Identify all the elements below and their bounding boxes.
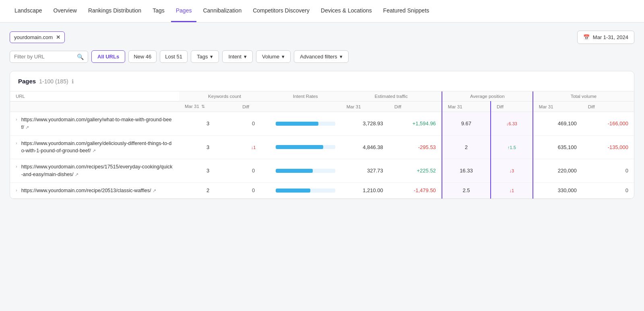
nav-item-tags[interactable]: Tags xyxy=(148,0,169,22)
avg-pos-diff-cell: ↑1.5 xyxy=(491,135,533,159)
calendar-icon: 📅 xyxy=(583,34,590,40)
avg-pos-mar31-cell: 2 xyxy=(442,135,491,159)
keywords-mar31-cell: 3 xyxy=(179,112,237,136)
total-volume-diff-sub-header: Diff xyxy=(582,102,634,112)
intent-rates-sub-header xyxy=(270,102,341,112)
keywords-diff-cell: 0 xyxy=(237,112,270,136)
col-group-header-row: URL Keywords count Intent Rates Estimate… xyxy=(10,91,634,102)
nav-item-pages[interactable]: Pages xyxy=(171,0,197,22)
url-text: https://www.yourdomain.com/recipes/17515… xyxy=(21,163,173,178)
url-cell: › https://www.yourdomain.com/gallery/del… xyxy=(10,135,179,159)
nav-item-snippets[interactable]: Featured Snippets xyxy=(378,0,434,22)
intent-rates-cell xyxy=(270,182,341,199)
keywords-diff-cell: ↓1 xyxy=(237,135,270,159)
pages-table: URL Keywords count Intent Rates Estimate… xyxy=(10,91,634,199)
table-range: 1-100 (185) xyxy=(39,78,68,85)
table-header: Pages 1-100 (185) ℹ xyxy=(10,71,634,91)
all-urls-tab[interactable]: All URLs xyxy=(91,50,125,63)
table-row: › https://www.yourdomain.com/gallery/del… xyxy=(10,135,634,159)
total-volume-diff-cell: -166,000 xyxy=(582,112,634,136)
pages-table-section: Pages 1-100 (185) ℹ URL Keywords count xyxy=(10,71,634,199)
url-text: https://www.yourdomain.com/recipe/20513/… xyxy=(21,187,156,195)
nav-item-competitors[interactable]: Competitors Discovery xyxy=(248,0,314,22)
intent-label: Intent xyxy=(228,54,242,60)
traffic-diff-cell: -295.53 xyxy=(389,135,442,159)
traffic-diff-cell: +225.52 xyxy=(389,159,442,183)
chevron-down-icon: ▾ xyxy=(340,54,343,60)
avg-pos-mar31-sub-header: Mar 31 xyxy=(442,102,491,112)
external-link-icon[interactable]: ↗ xyxy=(25,124,29,131)
chevron-down-icon: ▾ xyxy=(210,54,213,60)
advanced-filters-label: Advanced filters xyxy=(300,54,337,60)
lost-tab[interactable]: Lost 51 xyxy=(160,50,188,63)
keywords-diff-cell: 0 xyxy=(237,159,270,183)
average-position-col-header: Average position xyxy=(442,91,533,102)
total-volume-mar31-cell: 635,100 xyxy=(533,135,582,159)
total-volume-diff-cell: 0 xyxy=(582,182,634,199)
external-link-icon[interactable]: ↗ xyxy=(92,147,96,154)
keywords-diff-sub-header: Diff xyxy=(237,102,270,112)
total-volume-col-header: Total volume xyxy=(533,91,634,102)
traffic-diff-sub-header: Diff xyxy=(389,102,442,112)
table-row: › https://www.yourdomain.com/recipes/175… xyxy=(10,159,634,183)
nav-item-devices[interactable]: Devices & Locations xyxy=(316,0,377,22)
tags-dropdown[interactable]: Tags ▾ xyxy=(191,50,219,63)
keywords-mar31-cell: 3 xyxy=(179,159,237,183)
tags-label: Tags xyxy=(197,54,208,60)
date-range-label: Mar 1-31, 2024 xyxy=(593,34,628,40)
intent-rates-cell xyxy=(270,159,341,183)
traffic-mar31-cell: 3,728.93 xyxy=(341,112,389,136)
new-tab[interactable]: New 46 xyxy=(128,50,157,63)
avg-pos-diff-cell: ↓1 xyxy=(491,182,533,199)
traffic-mar31-cell: 327.73 xyxy=(341,159,389,183)
avg-pos-mar31-cell: 2.5 xyxy=(442,182,491,199)
table-title: Pages xyxy=(18,78,36,85)
url-text: https://www.yourdomain.com/gallery/what-… xyxy=(21,116,173,131)
traffic-diff-cell: +1,594.96 xyxy=(389,112,442,136)
nav-item-landscape[interactable]: Landscape xyxy=(10,0,47,22)
expand-icon[interactable]: › xyxy=(16,187,17,193)
chevron-down-icon: ▾ xyxy=(244,54,247,60)
expand-icon[interactable]: › xyxy=(16,163,17,169)
url-filter-input[interactable] xyxy=(14,54,74,60)
expand-icon[interactable]: › xyxy=(16,116,17,122)
total-volume-mar31-cell: 469,100 xyxy=(533,112,582,136)
external-link-icon[interactable]: ↗ xyxy=(153,187,156,194)
intent-dropdown[interactable]: Intent ▾ xyxy=(222,50,253,63)
table-row: › https://www.yourdomain.com/recipe/2051… xyxy=(10,182,634,199)
total-volume-mar31-sub-header: Mar 31 xyxy=(533,102,582,112)
intent-rates-col-header: Intent Rates xyxy=(270,91,341,102)
volume-dropdown[interactable]: Volume ▾ xyxy=(256,50,291,63)
table-row: › https://www.yourdomain.com/gallery/wha… xyxy=(10,112,634,136)
domain-badge[interactable]: yourdomain.com ✕ xyxy=(10,31,65,43)
traffic-mar31-cell: 1,210.00 xyxy=(341,182,389,199)
info-icon[interactable]: ℹ xyxy=(72,78,74,85)
url-cell: › https://www.yourdomain.com/recipe/2051… xyxy=(10,182,179,199)
avg-pos-mar31-cell: 16.33 xyxy=(442,159,491,183)
nav-item-cannibalization[interactable]: Cannibalization xyxy=(198,0,246,22)
external-link-icon[interactable]: ↗ xyxy=(75,171,78,178)
intent-rates-cell xyxy=(270,135,341,159)
avg-pos-diff-cell: ↓3 xyxy=(491,159,533,183)
advanced-filters-dropdown[interactable]: Advanced filters ▾ xyxy=(294,50,349,63)
url-sub-header xyxy=(10,102,179,112)
date-range-button[interactable]: 📅 Mar 1-31, 2024 xyxy=(577,31,634,44)
chevron-down-icon: ▾ xyxy=(282,54,285,60)
filter-row: 🔍 All URLs New 46 Lost 51 Tags ▾ Intent … xyxy=(10,50,634,63)
url-filter-wrap[interactable]: 🔍 xyxy=(10,51,88,63)
traffic-diff-cell: -1,479.50 xyxy=(389,182,442,199)
avg-pos-diff-cell: ↓6.33 xyxy=(491,112,533,136)
keywords-mar31-cell: 2 xyxy=(179,182,237,199)
sort-icon[interactable]: ⇅ xyxy=(201,104,205,109)
expand-icon[interactable]: › xyxy=(16,140,17,145)
total-volume-mar31-cell: 220,000 xyxy=(533,159,582,183)
url-cell: › https://www.yourdomain.com/recipes/175… xyxy=(10,159,179,183)
nav-item-overview[interactable]: Overview xyxy=(49,0,82,22)
search-icon[interactable]: 🔍 xyxy=(77,54,84,60)
total-volume-mar31-cell: 330,000 xyxy=(533,182,582,199)
nav-item-rankings[interactable]: Rankings Distribution xyxy=(83,0,146,22)
domain-close-button[interactable]: ✕ xyxy=(56,34,60,40)
traffic-mar31-sub-header: Mar 31 xyxy=(341,102,389,112)
url-text: https://www.yourdomain.com/gallery/delic… xyxy=(21,140,173,155)
top-controls: yourdomain.com ✕ 📅 Mar 1-31, 2024 xyxy=(10,31,634,44)
